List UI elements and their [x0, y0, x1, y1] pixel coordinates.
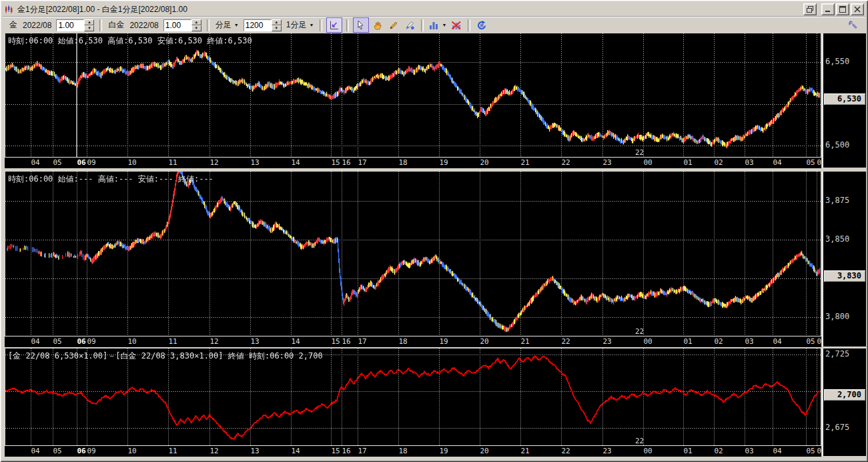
platinum-x-axis: 0405060910111213141516171819202122230001…: [5, 336, 821, 347]
select-tool-button[interactable]: [353, 17, 369, 33]
x-tick-label: 19: [436, 447, 451, 455]
settings-wrench-icon[interactable]: [845, 18, 860, 32]
toolbar-separator: [468, 19, 470, 31]
bar-period-dropdown[interactable]: 1分足 ▼: [286, 19, 314, 31]
current-price-tag: 2,700: [824, 389, 865, 401]
x-tick-label: 09: [84, 158, 99, 167]
x-tick-label: 04: [770, 337, 785, 346]
x-tick-label: 14: [288, 158, 303, 167]
marker-tool-button[interactable]: [402, 18, 417, 32]
platinum-ratio-spinner: ▲ ▼: [163, 19, 201, 31]
x-tick-label: 04: [28, 158, 43, 167]
x-tick-label: 20: [477, 447, 492, 455]
y-axis-label: 3,800: [825, 312, 849, 321]
spread-info: [金 22/08 6,530×1.00]－[白金 22/08 3,830×1.0…: [8, 351, 323, 362]
y-axis-label: 6,500: [825, 140, 849, 150]
reload-button[interactable]: R: [474, 18, 489, 32]
gold-ratio-down-button[interactable]: ▼: [84, 25, 94, 31]
float-window-button[interactable]: [803, 3, 817, 15]
x-tick-label: 00: [640, 337, 655, 346]
x-tick-label: 14: [288, 447, 303, 455]
x-tick-label: 14: [288, 337, 303, 346]
x-tick-label: 17: [355, 337, 370, 346]
axis-scale-tool-button[interactable]: [326, 17, 342, 33]
bar-count-input[interactable]: [244, 19, 272, 31]
pan-hand-tool-button[interactable]: [370, 18, 385, 32]
gold-month-label: 2022/08: [23, 21, 51, 30]
x-tick-label: 12: [207, 447, 222, 455]
platinum-ratio-input[interactable]: [163, 19, 191, 31]
spread-line-chart[interactable]: [5, 349, 821, 445]
y-axis-label: 2,725: [825, 349, 849, 359]
gold-candlestick-chart[interactable]: [5, 33, 821, 157]
x-tick-label: 21: [518, 337, 532, 346]
x-tick-label: 11: [165, 447, 180, 455]
x-tick-label: 01: [681, 447, 695, 455]
platinum-candlestick-chart[interactable]: [5, 172, 821, 336]
toolbar-separator: [99, 19, 102, 31]
gold-y-axis: 6,5506,5006,530: [822, 33, 866, 168]
x-tick-label: 06: [814, 337, 821, 346]
x-tick-label: 03: [742, 447, 757, 455]
x-tick-label: 11: [165, 158, 180, 167]
minimize-button[interactable]: [821, 3, 835, 15]
x-tick-label: 23: [600, 337, 614, 346]
maximize-button[interactable]: [836, 3, 849, 15]
x-tick-label: 19: [436, 337, 451, 346]
svg-text:R: R: [480, 23, 484, 28]
y-axis-label: 6,550: [825, 57, 849, 66]
period-type-label: 分足: [215, 19, 232, 31]
x-tick-label: 01: [681, 158, 695, 167]
gold-ratio-up-button[interactable]: ▲: [84, 19, 94, 25]
x-tick-label: 22: [558, 447, 573, 455]
x-tick-label: 09: [84, 447, 99, 455]
x-tick-label: 17: [355, 158, 370, 167]
x-tick-label: 12: [207, 337, 222, 346]
x-tick-label: 18: [396, 337, 410, 346]
toolbar-separator: [421, 19, 424, 31]
x-tick-label: 02: [711, 158, 726, 167]
toolbar-separator: [320, 19, 322, 31]
x-tick-label: 18: [396, 447, 410, 455]
y-axis-label: 3,875: [825, 196, 849, 205]
app-icon: [4, 4, 15, 15]
x-tick-label: 23: [600, 447, 614, 455]
platinum-ohlc-info: 時刻:06:00 始値:--- 高値:--- 安値:--- 終値:---: [8, 174, 213, 185]
platinum-ratio-down-button[interactable]: ▼: [191, 25, 201, 31]
x-tick-label: 12: [207, 158, 222, 167]
platinum-y-axis: 3,8753,8503,8003,830: [822, 172, 866, 346]
platinum-label: 白金: [108, 19, 124, 31]
x-tick-label: 20: [477, 158, 492, 167]
pencil-draw-tool-button[interactable]: [386, 18, 401, 32]
x-tick-label: 23: [600, 158, 614, 167]
x-tick-label: 10: [125, 337, 139, 346]
x-tick-label: 06: [814, 447, 821, 455]
x-tick-label: 00: [640, 447, 655, 455]
gold-ratio-input[interactable]: [56, 19, 84, 31]
period-type-dropdown[interactable]: 分足 ▼: [215, 19, 239, 31]
x-tick-label: 06: [814, 158, 821, 167]
x-tick-label: 09: [84, 337, 99, 346]
toolbar: 金 2022/08 ▲ ▼ 白金 2022/08 ▲ ▼ 分足 ▼ ▲: [3, 17, 865, 33]
x-tick-label: 16: [339, 337, 354, 346]
toolbar-separator: [207, 19, 209, 31]
gold-x-axis: 0405060910111213141516171819202122230001…: [5, 157, 821, 168]
chart-type-dropdown-button[interactable]: ▼: [428, 18, 448, 32]
remove-indicator-button[interactable]: [449, 18, 464, 32]
bar-count-up-button[interactable]: ▲: [272, 19, 282, 25]
current-price-tag: 3,830: [824, 270, 865, 282]
x-tick-label: 20: [477, 337, 492, 346]
bar-count-down-button[interactable]: ▼: [272, 25, 282, 31]
close-button[interactable]: [851, 3, 864, 15]
x-tick-label: 04: [28, 337, 43, 346]
x-tick-label: 19: [436, 158, 451, 167]
x-tick-label: 16: [339, 158, 354, 167]
platinum-ratio-up-button[interactable]: ▲: [191, 19, 201, 25]
x-tick-label: 10: [125, 447, 139, 455]
x-tick-label: 04: [28, 447, 43, 455]
chevron-down-icon: ▼: [309, 23, 314, 27]
chevron-down-icon: ▼: [234, 23, 239, 27]
window-title: 金1分足[2022/08]1.00 - 白金1分足[2022/08]1.00: [17, 4, 187, 15]
x-tick-label: 17: [355, 447, 370, 455]
x-tick-label: 04: [770, 447, 785, 455]
